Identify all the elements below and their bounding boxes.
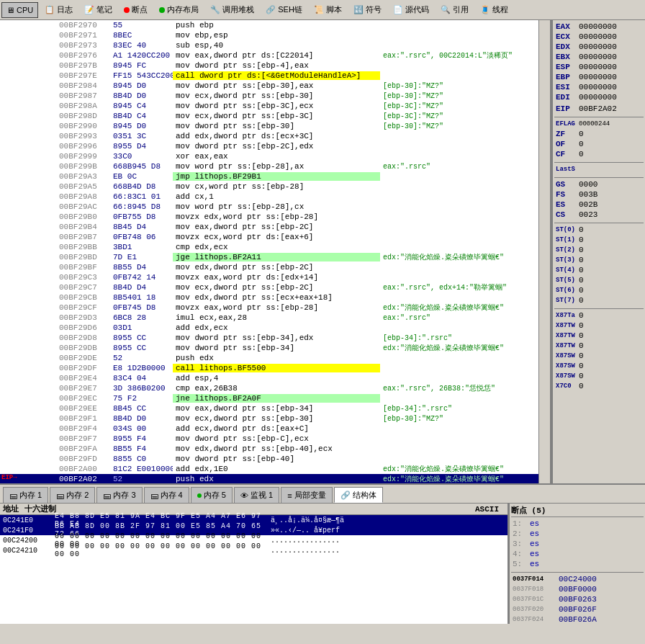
zf-val[interactable]: 0 xyxy=(579,130,584,138)
asm-row[interactable]: 00BF29D36BC8 28imul ecx,eax,28eax:".rsrc… xyxy=(0,313,538,323)
refs-tab-button[interactable]: 🔍 引用 xyxy=(436,2,474,18)
asm-addr-cell[interactable]: 00BF2987 xyxy=(58,91,112,100)
asm-row[interactable]: 00BF29878B4D D0mov ecx,dword ptr ss:[ebp… xyxy=(0,91,538,101)
x87sw3-val[interactable]: 0 xyxy=(579,372,584,380)
asm-row[interactable]: 00BF297055push ebp xyxy=(0,20,538,30)
asm-row[interactable]: 00BF29BB3BD1cmp edx,ecx xyxy=(0,242,538,252)
source-tab-button[interactable]: 📄 源代码 xyxy=(388,2,434,18)
reg-ebp-val[interactable]: 00000000 xyxy=(579,73,617,81)
asm-row[interactable]: 00BF29FA8B55 F4mov edx,dword ptr ss:[ebp… xyxy=(0,444,538,454)
asm-instruction-cell[interactable]: mov ecx,dword ptr ss:[ebp-30] xyxy=(173,414,380,423)
asm-row[interactable]: 00BF29908945 D0mov dword ptr ss:[ebp-30]… xyxy=(0,121,538,131)
tab-structure[interactable]: 🔗 结构体 xyxy=(334,487,383,503)
asm-instruction-cell[interactable]: mov dword ptr ss:[ebp-34] xyxy=(173,344,380,352)
asm-instruction-cell[interactable]: mov ecx,dword ptr ss:[ebp-30] xyxy=(173,91,380,100)
asm-row[interactable]: 00BF29CF0FB745 D8movzx eax,word ptr ss:[… xyxy=(0,303,538,313)
reg-eax-val[interactable]: 00000000 xyxy=(579,22,617,31)
x87c0-val[interactable]: 0 xyxy=(579,382,584,390)
cs-val[interactable]: 0023 xyxy=(579,210,597,219)
asm-row[interactable]: 00BF29848945 D0mov dword ptr ss:[ebp-30]… xyxy=(0,81,538,91)
asm-addr-cell[interactable]: 00BF29A8 xyxy=(58,192,112,201)
asm-addr-cell[interactable]: 00BF2A00 xyxy=(58,465,112,473)
asm-addr-cell[interactable]: 00BF29A3 xyxy=(58,172,112,181)
asm-addr-cell[interactable]: 00BF298A xyxy=(58,102,112,110)
asm-addr-cell[interactable]: 00BF29DB xyxy=(58,344,112,352)
asm-row[interactable]: 00BF29F18B4D D0mov ecx,dword ptr ss:[ebp… xyxy=(0,413,538,424)
callstack-tab-button[interactable]: 🔧 调用堆栈 xyxy=(205,2,259,18)
asm-addr-cell[interactable]: 00BF29DE xyxy=(58,354,112,362)
asm-instruction-cell[interactable]: movzx ecx,word ptr ds:[eax+6] xyxy=(173,233,380,241)
asm-instruction-cell[interactable]: add esp,4 xyxy=(173,374,380,383)
asm-row[interactable]: 00BF29B00FB755 D8movzx edx,word ptr ss:[… xyxy=(0,212,538,222)
asm-instruction-cell[interactable]: cmp edx,ecx xyxy=(173,243,380,251)
asm-row[interactable]: 00BF298A8945 C4mov dword ptr ss:[ebp-3C]… xyxy=(0,101,538,111)
reg-ebx-val[interactable]: 00000000 xyxy=(579,53,617,61)
asm-row[interactable]: 00BF29A866:83C1 01add cx,1 xyxy=(0,192,538,202)
asm-addr-cell[interactable]: 00BF2A02 xyxy=(58,475,112,483)
asm-instruction-cell[interactable]: mov dword ptr ss:[ebp-34],edx xyxy=(173,334,380,342)
asm-addr-cell[interactable]: 00BF299B xyxy=(58,162,112,171)
tab-monitor[interactable]: 👁 监视 1 xyxy=(234,487,279,503)
asm-addr-cell[interactable]: 00BF2973 xyxy=(58,41,112,50)
seh-tab-button[interactable]: 🔗 SEH链 xyxy=(261,2,307,18)
reg-edx-val[interactable]: 00000000 xyxy=(579,43,617,51)
reg-ecx-val[interactable]: 00000000 xyxy=(579,32,617,41)
asm-row[interactable]: 00BF29DFE8 1D2B0000call lithops.BF5500 xyxy=(0,363,538,373)
asm-row[interactable]: EIP→00BF2A0252push edxedx:"消能化焰燥.粢朵磺燎毕篱蝈… xyxy=(0,474,538,483)
asm-instruction-cell[interactable]: mov edx,dword ptr ss:[ebp-40],ecx xyxy=(173,444,380,453)
asm-row[interactable]: 00BF298D8B4D C4mov ecx,dword ptr ss:[ebp… xyxy=(0,111,538,121)
x87tw1-val[interactable]: 0 xyxy=(579,321,584,330)
asm-row[interactable]: 00BF29A5668B4D D8mov cx,word ptr ss:[ebp… xyxy=(0,182,538,192)
asm-row[interactable]: 00BF29EC75 F2jne lithops.BF2A0F xyxy=(0,393,538,403)
tab-localvars[interactable]: ≡ 局部变量 xyxy=(281,487,332,503)
asm-instruction-cell[interactable]: movzx eax,word ptr ds:[edx+14] xyxy=(173,273,380,282)
asm-addr-cell[interactable]: 00BF29E4 xyxy=(58,374,112,383)
asm-instruction-cell[interactable]: push ebp xyxy=(173,21,380,30)
reg-esi-val[interactable]: 00000000 xyxy=(579,83,617,91)
st3-val[interactable]: 0 xyxy=(579,256,584,264)
asm-addr-cell[interactable]: 00BF29BD xyxy=(58,253,112,261)
tab-mem4[interactable]: 🖴 内存 4 xyxy=(144,487,189,503)
reg-esp-val[interactable]: 00000000 xyxy=(579,63,617,71)
asm-instruction-cell[interactable]: sub esp,40 xyxy=(173,41,380,50)
asm-instruction-cell[interactable]: push edx xyxy=(173,475,380,483)
asm-instruction-cell[interactable]: mov dword ptr ss:[ebp-30] xyxy=(173,122,380,130)
asm-instruction-cell[interactable]: mov dword ptr ss:[ebp-30],eax xyxy=(173,81,380,90)
asm-addr-cell[interactable]: 00BF29F7 xyxy=(58,434,112,443)
eflags-val[interactable]: 00000244 xyxy=(579,120,610,128)
asm-row[interactable]: 00BF29F78955 F4mov dword ptr ss:[ebp-C],… xyxy=(0,434,538,444)
asm-addr-cell[interactable]: 00BF29E7 xyxy=(58,384,112,393)
asm-row[interactable]: 00BF2A0081C2 E0010000add edx,1E0edx:"消能化… xyxy=(0,464,538,474)
asm-instruction-cell[interactable]: mov dword ptr ss:[ebp-3C],ecx xyxy=(173,102,380,110)
asm-instruction-cell[interactable]: mov edx,dword ptr ss:[ecx+eax+18] xyxy=(173,293,380,302)
asm-instruction-cell[interactable]: mov eax,dword ptr ss:[ebp-34] xyxy=(173,404,380,413)
asm-row[interactable]: 00BF29EE8B45 CCmov eax,dword ptr ss:[ebp… xyxy=(0,403,538,413)
asm-addr-cell[interactable]: 00BF29DF xyxy=(58,364,112,372)
st4-val[interactable]: 0 xyxy=(579,266,584,274)
asm-row[interactable]: 00BF297B8945 FCmov dword ptr ss:[ebp-4],… xyxy=(0,61,538,71)
asm-row[interactable]: 00BF29BF8B55 D4mov edx,dword ptr ss:[ebp… xyxy=(0,262,538,272)
st1-val[interactable]: 0 xyxy=(579,236,584,244)
asm-addr-cell[interactable]: 00BF29F1 xyxy=(58,414,112,423)
log-tab-button[interactable]: 📋 日志 xyxy=(40,2,78,18)
asm-instruction-cell[interactable]: mov ecx,dword ptr ss:[ebp-3C] xyxy=(173,112,380,120)
tab-mem2[interactable]: 🖴 内存 2 xyxy=(50,487,95,503)
asm-instruction-cell[interactable]: cmp eax,26B38 xyxy=(173,384,380,393)
asm-rows-container[interactable]: 00BF297055push ebp00BF29718BECmov ebp,es… xyxy=(0,20,538,483)
asm-row[interactable]: 00BF299933C0xor eax,eax xyxy=(0,151,538,161)
tab-mem5[interactable]: 内存 5 xyxy=(191,487,233,503)
x87sw1-val[interactable]: 0 xyxy=(579,352,584,360)
asm-row[interactable]: 00BF29D603D1add edx,ecx xyxy=(0,323,538,333)
asm-addr-cell[interactable]: 00BF2971 xyxy=(58,31,112,40)
cf-val[interactable]: 0 xyxy=(579,150,584,158)
asm-row[interactable]: 00BF29C30FB742 14movzx eax,word ptr ds:[… xyxy=(0,272,538,282)
x87ta-val[interactable]: 0 xyxy=(579,311,584,320)
asm-addr-cell[interactable]: 00BF29EC xyxy=(58,394,112,403)
asm-instruction-cell[interactable]: mov edx,dword ptr ss:[ebp-2C] xyxy=(173,263,380,272)
st2-val[interactable]: 0 xyxy=(579,246,584,254)
asm-addr-cell[interactable]: 00BF29C7 xyxy=(58,283,112,292)
asm-row[interactable]: 00BF29E73D 386B0200cmp eax,26B38eax:".rs… xyxy=(0,383,538,393)
notes-tab-button[interactable]: 📝 笔记 xyxy=(79,2,117,18)
asm-addr-cell[interactable]: 00BF29BF xyxy=(58,263,112,272)
asm-row[interactable]: 00BF29B70FB748 06movzx ecx,word ptr ds:[… xyxy=(0,232,538,242)
